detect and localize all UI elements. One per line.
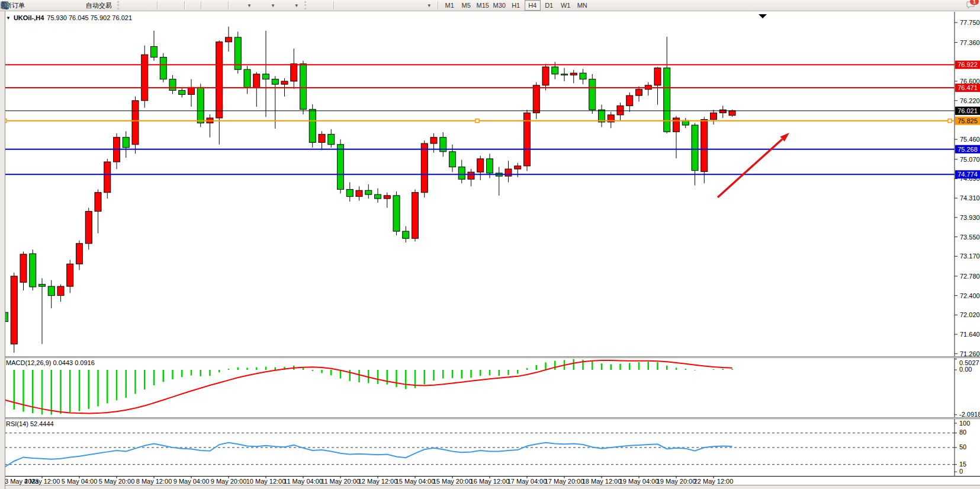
toolbar-separator: [228, 1, 229, 9]
svg-text:50: 50: [959, 443, 966, 450]
timeframe-w1-button[interactable]: W1: [558, 0, 574, 11]
vertical-line-icon[interactable]: [338, 1, 347, 10]
svg-text:22 May 12:00: 22 May 12:00: [694, 478, 734, 485]
timeframe-m5-button[interactable]: M5: [458, 0, 474, 11]
svg-text:73.550: 73.550: [960, 234, 980, 241]
strategy-tester-icon[interactable]: [61, 1, 70, 10]
zoom-in-icon[interactable]: [161, 1, 171, 10]
toolbar-separator: [438, 1, 439, 9]
svg-text:0.00: 0.00: [959, 366, 972, 373]
svg-text:73.170: 73.170: [960, 253, 980, 260]
panel-separator[interactable]: [0, 356, 980, 358]
template-icon: [282, 1, 292, 10]
timeframe-d1-button[interactable]: D1: [541, 0, 557, 11]
toolbar-right-tools: 1: [953, 0, 978, 11]
fibonacci-icon[interactable]: F: [380, 1, 390, 10]
svg-text:15: 15: [959, 461, 966, 468]
dock-chart-icon[interactable]: [216, 1, 225, 10]
svg-text:10 May 12:00: 10 May 12:00: [246, 478, 286, 485]
cursor-icon[interactable]: [310, 1, 320, 10]
svg-text:72.780: 72.780: [960, 273, 980, 280]
toolbar-separator: [333, 1, 335, 9]
clock-icon: [259, 1, 268, 10]
svg-text:18 May 12:00: 18 May 12:00: [582, 478, 622, 485]
svg-text:76.220: 76.220: [960, 97, 980, 104]
svg-text:19 May 04:00: 19 May 04:00: [619, 478, 659, 485]
svg-text:11 May 20:00: 11 May 20:00: [321, 478, 360, 485]
main-toolbar: 新订单 自动交易: [0, 0, 980, 11]
text-label-icon[interactable]: T: [401, 1, 411, 10]
arrows-button[interactable]: ▼: [412, 0, 435, 11]
toolbar-separator: [157, 1, 158, 9]
svg-text:76.021: 76.021: [957, 107, 978, 114]
svg-text:4 May 12:00: 4 May 12:00: [24, 478, 60, 485]
window-bottom-edge: [0, 485, 980, 489]
periods-button[interactable]: ▼: [256, 0, 278, 11]
timeframe-m15-button[interactable]: M15: [475, 0, 491, 11]
symbol-timeframe-label: UKOil-,H4: [14, 14, 44, 21]
time-axis[interactable]: 3 May 20234 May 12:005 May 04:005 May 20…: [0, 476, 980, 485]
new-chart-button[interactable]: ▼: [232, 0, 255, 11]
svg-text:72.020: 72.020: [960, 311, 980, 318]
macd-panel-canvas[interactable]: 0.50270.00-2.0918: [0, 358, 980, 418]
svg-text:77.360: 77.360: [960, 39, 980, 46]
signals-icon[interactable]: [50, 1, 60, 10]
chart-title[interactable]: ▼ UKOil-,H4 75.930 76.045 75.902 76.021: [6, 14, 132, 21]
svg-text:76.471: 76.471: [957, 84, 978, 91]
trendline-icon[interactable]: [359, 1, 368, 10]
bar-chart-icon[interactable]: [123, 1, 133, 10]
metaeditor-icon[interactable]: [29, 1, 38, 10]
timeframe-m30-button[interactable]: M30: [491, 0, 507, 11]
templates-button[interactable]: ▼: [279, 0, 302, 11]
panel-separator[interactable]: [0, 417, 980, 419]
svg-text:12 May 12:00: 12 May 12:00: [358, 478, 398, 485]
svg-text:9 May 04:00: 9 May 04:00: [173, 478, 210, 485]
svg-text:9 May 20:00: 9 May 20:00: [211, 478, 247, 485]
search-icon[interactable]: [953, 1, 962, 10]
arrows-icon: [415, 1, 425, 10]
auto-arrange-icon[interactable]: [205, 1, 214, 10]
svg-text:73.930: 73.930: [960, 214, 980, 221]
candlestick-chart-icon[interactable]: [134, 1, 143, 10]
tile-windows-icon[interactable]: [188, 1, 198, 10]
svg-text:11 May 04:00: 11 May 04:00: [284, 478, 323, 485]
svg-text:80: 80: [959, 429, 966, 436]
svg-text:19 May 20:00: 19 May 20:00: [657, 478, 696, 485]
rsi-panel-canvas[interactable]: 1008050150: [0, 419, 980, 476]
svg-text:8 May 12:00: 8 May 12:00: [136, 478, 172, 485]
svg-text:77.750: 77.750: [960, 19, 980, 26]
text-icon[interactable]: A: [391, 1, 400, 10]
svg-text:72.400: 72.400: [960, 292, 980, 299]
horizontal-line-icon[interactable]: [348, 1, 358, 10]
notifications-button[interactable]: 1: [966, 0, 975, 11]
line-chart-icon[interactable]: [144, 1, 154, 10]
svg-text:16 May 12:00: 16 May 12:00: [470, 478, 510, 485]
market-watch-icon[interactable]: [40, 1, 49, 10]
autotrading-button[interactable]: 自动交易: [72, 0, 115, 11]
autotrading-icon: [75, 1, 84, 10]
timeframe-mn-button[interactable]: MN: [574, 0, 590, 11]
rsi-indicator-label: RSI(14) 52.4444: [6, 420, 54, 427]
toolbar-grip: [304, 1, 308, 9]
svg-text:-2.0918: -2.0918: [959, 411, 980, 418]
svg-text:75.460: 75.460: [960, 136, 980, 143]
symbol-dropdown-icon[interactable]: ▼: [6, 15, 11, 21]
zoom-out-icon[interactable]: [172, 1, 181, 10]
notification-badge: 1: [970, 0, 979, 5]
svg-text:76.922: 76.922: [957, 61, 978, 68]
svg-text:15 May 20:00: 15 May 20:00: [433, 478, 473, 485]
crosshair-icon[interactable]: [321, 1, 330, 10]
timeframe-m1-button[interactable]: M1: [442, 0, 458, 11]
toolbar-grip: [117, 1, 121, 9]
dropdown-arrow-icon: ▼: [427, 3, 432, 8]
svg-text:75.070: 75.070: [960, 156, 980, 163]
timeframe-group: M1M5M15M30H1H4D1W1MN: [442, 0, 590, 11]
svg-text:5 May 20:00: 5 May 20:00: [99, 478, 135, 485]
equidistant-channel-icon[interactable]: E: [369, 1, 379, 10]
timeframe-h1-button[interactable]: H1: [508, 0, 524, 11]
svg-text:71.640: 71.640: [960, 331, 980, 338]
timeframe-h4-button[interactable]: H4: [525, 0, 541, 11]
price-chart-canvas[interactable]: 77.75077.36076.60076.22075.46075.07074.6…: [0, 12, 980, 357]
svg-text:74.310: 74.310: [960, 194, 980, 202]
dropdown-arrow-icon: ▼: [247, 3, 252, 8]
